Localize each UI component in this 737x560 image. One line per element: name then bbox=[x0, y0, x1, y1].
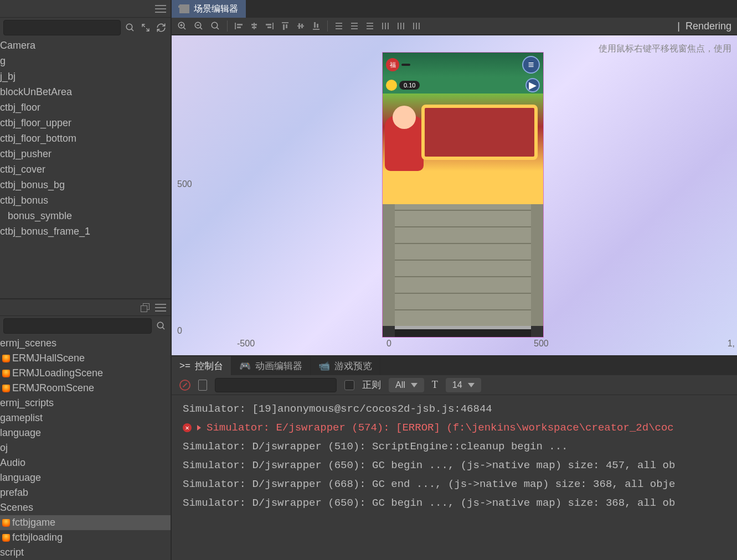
distribute-2-icon[interactable] bbox=[350, 22, 359, 30]
ruler-y-0: 0 bbox=[177, 326, 182, 336]
hierarchy-item[interactable]: ctbj_cover bbox=[0, 162, 171, 177]
distribute-3-icon[interactable] bbox=[365, 22, 374, 30]
game-character bbox=[385, 116, 424, 171]
assets-menu-icon[interactable] bbox=[155, 304, 166, 312]
search-icon[interactable] bbox=[124, 22, 136, 34]
hierarchy-item[interactable]: ctbj_bonus_bg bbox=[0, 177, 171, 193]
scene-editor-tab[interactable]: 场景编辑器 bbox=[172, 0, 246, 18]
align-3-icon[interactable] bbox=[265, 22, 274, 30]
svg-rect-44 bbox=[400, 23, 401, 29]
preview-tab-icon: 📹 bbox=[318, 360, 330, 372]
game-preview[interactable]: 福 ≡ 0.10 ▶ bbox=[382, 52, 544, 338]
asset-item[interactable]: fctbjgame bbox=[0, 515, 171, 530]
expand-icon[interactable] bbox=[197, 425, 201, 431]
asset-item[interactable]: prefab bbox=[0, 485, 171, 500]
clear-console-icon[interactable] bbox=[179, 380, 190, 391]
zoom-icon[interactable] bbox=[210, 21, 220, 31]
left-panel: Cameragj_bjblockUnBetAreactbj_floorctbj_… bbox=[0, 0, 172, 560]
zoom-in-icon[interactable] bbox=[177, 21, 187, 31]
svg-rect-20 bbox=[266, 24, 271, 25]
svg-line-9 bbox=[200, 27, 202, 29]
fontsize-select[interactable]: 14 bbox=[446, 378, 481, 392]
asset-item[interactable]: Audio bbox=[0, 455, 171, 470]
log-line: Simulator: D/jswrapper (650): GC begin .… bbox=[172, 456, 737, 475]
hierarchy-header bbox=[0, 0, 171, 18]
align-2-icon[interactable] bbox=[250, 22, 259, 30]
distribute-5-icon[interactable] bbox=[396, 22, 405, 30]
ruler-x-1: 1, bbox=[728, 339, 735, 349]
svg-line-12 bbox=[217, 27, 219, 29]
collapse-icon[interactable] bbox=[140, 22, 152, 34]
hierarchy-item[interactable]: ctbj_floor bbox=[0, 100, 171, 115]
assets-list[interactable]: ermj_scenesERMJHallSceneERMJLoadingScene… bbox=[0, 336, 171, 560]
bottom-tabs: >= 控制台 🎮 动画编辑器 📹 游戏预览 bbox=[172, 356, 737, 375]
asset-item[interactable]: ermj_scenes bbox=[0, 336, 171, 351]
hierarchy-item[interactable]: blockUnBetArea bbox=[0, 84, 171, 100]
asset-item[interactable]: ermj_scripts bbox=[0, 396, 171, 411]
scene-canvas[interactable]: 使用鼠标右键平移视窗焦点，使用 500 0 -500 0 500 1, 福 ≡ … bbox=[172, 35, 737, 355]
svg-line-1 bbox=[131, 29, 133, 31]
zoom-out-icon[interactable] bbox=[194, 21, 204, 31]
assets-search-input[interactable] bbox=[3, 318, 152, 334]
hierarchy-list[interactable]: Cameragj_bjblockUnBetAreactbj_floorctbj_… bbox=[0, 38, 171, 298]
align-4-icon[interactable] bbox=[281, 22, 290, 30]
preview-tab[interactable]: 📹 游戏预览 bbox=[311, 356, 380, 375]
svg-line-3 bbox=[162, 327, 164, 329]
svg-rect-35 bbox=[351, 25, 358, 27]
game-badge: 福 bbox=[386, 58, 399, 71]
assets-search-icon[interactable] bbox=[155, 320, 167, 332]
distribute-4-icon[interactable] bbox=[381, 22, 390, 30]
hierarchy-item[interactable]: ctbj_floor_upper bbox=[0, 115, 171, 131]
asset-item[interactable]: ERMJHallScene bbox=[0, 351, 171, 366]
distribute-6-icon[interactable] bbox=[412, 22, 421, 30]
game-floor bbox=[383, 204, 543, 326]
game-hud: 福 ≡ bbox=[383, 53, 543, 77]
regex-checkbox[interactable] bbox=[344, 380, 354, 390]
svg-rect-38 bbox=[367, 25, 373, 27]
hierarchy-item[interactable]: ctbj_bonus_frame_1 bbox=[0, 224, 171, 239]
menu-icon[interactable] bbox=[155, 5, 166, 13]
hierarchy-item[interactable]: j_bj bbox=[0, 69, 171, 84]
asset-item[interactable]: gameplist bbox=[0, 411, 171, 426]
log-filter-select[interactable]: All bbox=[389, 378, 424, 392]
svg-rect-48 bbox=[419, 23, 420, 29]
ruler-x-500: 500 bbox=[534, 339, 549, 349]
console-search-input[interactable] bbox=[215, 378, 337, 392]
asset-item[interactable]: language bbox=[0, 470, 171, 485]
align-6-icon[interactable] bbox=[312, 22, 321, 30]
console-tab-icon: >= bbox=[179, 360, 190, 371]
hierarchy-item[interactable]: Camera bbox=[0, 38, 171, 53]
chevron-down-icon bbox=[468, 383, 475, 387]
console-tab[interactable]: >= 控制台 bbox=[172, 356, 231, 375]
asset-item[interactable]: fctbjloading bbox=[0, 530, 171, 545]
hierarchy-item[interactable]: bonus_symble bbox=[0, 208, 171, 224]
align-1-icon[interactable] bbox=[234, 22, 243, 30]
svg-rect-24 bbox=[286, 24, 287, 28]
asset-item[interactable]: oj bbox=[0, 440, 171, 455]
hierarchy-item[interactable]: ctbj_bonus bbox=[0, 193, 171, 208]
asset-item[interactable]: ERMJRoomScene bbox=[0, 381, 171, 396]
hierarchy-search-input[interactable] bbox=[3, 20, 121, 35]
rendering-label[interactable]: Rendering bbox=[686, 20, 731, 32]
open-log-icon[interactable] bbox=[198, 380, 207, 391]
asset-item[interactable]: script bbox=[0, 545, 171, 560]
asset-item[interactable]: ERMJLoadingScene bbox=[0, 366, 171, 381]
ruler-y-500: 500 bbox=[177, 179, 192, 189]
toolbar-right: | Rendering bbox=[677, 20, 731, 32]
align-5-icon[interactable] bbox=[296, 22, 305, 30]
ruler-x-0: 0 bbox=[386, 339, 391, 349]
animation-tab-label: 动画编辑器 bbox=[255, 360, 302, 372]
hierarchy-item[interactable]: g bbox=[0, 53, 171, 69]
distribute-1-icon[interactable] bbox=[334, 22, 343, 30]
refresh-icon[interactable] bbox=[155, 22, 167, 34]
asset-item[interactable]: Scenes bbox=[0, 500, 171, 515]
console-output[interactable]: Simulator: [19]anonymous@src/cocos2d-jsb… bbox=[172, 395, 737, 560]
hierarchy-item[interactable]: ctbj_pusher bbox=[0, 146, 171, 162]
copy-icon[interactable] bbox=[141, 303, 150, 312]
assets-search-row bbox=[0, 316, 171, 336]
svg-rect-33 bbox=[336, 28, 342, 29]
animation-tab[interactable]: 🎮 动画编辑器 bbox=[231, 356, 311, 375]
asset-item[interactable]: language bbox=[0, 426, 171, 440]
hierarchy-item[interactable]: ctbj_floor_bottom bbox=[0, 131, 171, 146]
game-menu-icon: ≡ bbox=[522, 56, 540, 74]
